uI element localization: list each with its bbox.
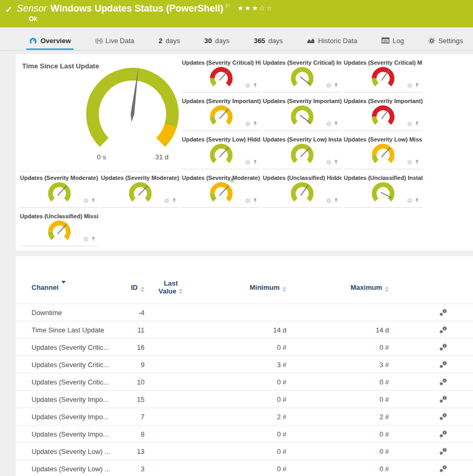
- gauge-pin-icon[interactable]: [252, 158, 258, 167]
- gauge-settings-gear-icon[interactable]: [407, 81, 413, 90]
- cell-id: 15: [121, 396, 145, 403]
- tab-settings[interactable]: Settings: [426, 33, 466, 50]
- cell-maximum: 2 #: [286, 413, 389, 421]
- cell-id: -4: [121, 309, 145, 317]
- star-empty-icon[interactable]: ☆: [259, 4, 266, 12]
- gauge-settings-gear-icon[interactable]: [245, 119, 251, 129]
- gauge-settings-gear-icon[interactable]: [326, 196, 332, 206]
- mini-gauge-dial: [369, 143, 397, 165]
- cell-maximum: 3 #: [286, 361, 389, 369]
- tab-live-data[interactable]: ((•))Live Data: [92, 33, 137, 50]
- gauge-settings-gear-icon[interactable]: [164, 196, 170, 206]
- cell-id: 16: [121, 343, 145, 351]
- column-header-minimum[interactable]: Minimum: [197, 282, 286, 292]
- mini-gauge-dial: [208, 105, 235, 127]
- cell-id: 7: [121, 413, 145, 421]
- gauge-settings-gear-icon[interactable]: [326, 119, 332, 129]
- mini-gauge-title: Updates (Severity Moderate) I...: [101, 175, 180, 181]
- mini-gauge-title: Updates (Severity Low) Install...: [263, 136, 342, 143]
- gauge-max-label: 31 d: [150, 153, 173, 161]
- flag-icon[interactable]: ⚐: [225, 3, 230, 9]
- gauge-pin-icon[interactable]: [333, 196, 339, 206]
- cell-minimum: 3 #: [197, 361, 286, 369]
- channel-settings-icon[interactable]: [439, 430, 448, 439]
- mini-gauge-14: Updates (Unclassified) Missing: [20, 211, 99, 246]
- cell-minimum: 0 #: [197, 396, 286, 403]
- gauge-pin-icon[interactable]: [252, 196, 258, 206]
- channel-settings-icon[interactable]: [439, 412, 448, 421]
- tab-365-days[interactable]: 365days: [251, 33, 285, 50]
- live-icon: ((•)): [95, 37, 102, 44]
- gauge-settings-gear-icon[interactable]: [326, 81, 332, 90]
- gauge-pin-icon[interactable]: [333, 119, 339, 129]
- gauge-settings-gear-icon[interactable]: [83, 196, 89, 206]
- channel-row-8: Updates (Severity Low) ...130 #0 #: [16, 442, 473, 460]
- cell-minimum: 0 #: [197, 343, 286, 351]
- mini-gauge-dial: [46, 220, 73, 242]
- channel-settings-icon[interactable]: [439, 395, 448, 404]
- gauge-settings-gear-icon[interactable]: [407, 158, 413, 167]
- channel-settings-icon[interactable]: [439, 326, 448, 335]
- column-header-id[interactable]: ID: [121, 282, 145, 292]
- column-label: ID: [131, 283, 138, 291]
- gauge-pin-icon[interactable]: [414, 196, 420, 206]
- cell-id: 3: [121, 465, 145, 473]
- gauge-pin-icon[interactable]: [414, 158, 420, 167]
- gauge-settings-gear-icon[interactable]: [245, 81, 251, 90]
- cell-minimum: 0 #: [197, 378, 286, 386]
- gauge-pin-icon[interactable]: [333, 81, 339, 90]
- gauge-settings-gear-icon[interactable]: [407, 196, 413, 206]
- channel-settings-icon[interactable]: [439, 343, 448, 352]
- channel-settings-icon[interactable]: [439, 447, 448, 456]
- mini-gauge-dial: [369, 66, 397, 88]
- channel-settings-icon[interactable]: [439, 378, 448, 387]
- tab-label: Live Data: [106, 37, 135, 45]
- gauge-pin-icon[interactable]: [90, 235, 96, 244]
- channel-settings-icon[interactable]: [439, 360, 448, 369]
- channel-row-4: Updates (Severity Critic...100 #0 #: [16, 373, 473, 390]
- tab-overview[interactable]: Overview: [26, 33, 74, 50]
- tab-30-days[interactable]: 30days: [202, 33, 232, 50]
- mini-gauge-title: Updates (Severity Important) ...: [263, 98, 342, 104]
- gauge-settings-gear-icon[interactable]: [326, 158, 332, 167]
- column-header-name[interactable]: Channel: [32, 283, 121, 291]
- mini-gauge-dial: [208, 143, 235, 165]
- gauge-settings-gear-icon[interactable]: [245, 158, 251, 167]
- column-header-last_value[interactable]: LastValue: [145, 279, 197, 295]
- gauge-settings-gear-icon[interactable]: [83, 235, 89, 244]
- cell-id: 10: [121, 378, 145, 386]
- tab-historic-data[interactable]: Historic Data: [304, 33, 359, 50]
- gauge-pin-icon[interactable]: [414, 119, 420, 129]
- mini-gauge-dial: [127, 181, 154, 204]
- star-filled-icon[interactable]: ★: [244, 4, 252, 12]
- channel-table-header: ChannelIDLastValue MinimumMaximum: [16, 256, 473, 303]
- channel-settings-icon[interactable]: [439, 464, 448, 473]
- column-header-maximum[interactable]: Maximum: [286, 282, 389, 292]
- tab-number: 2: [159, 37, 162, 45]
- gauge-pin-icon[interactable]: [90, 196, 96, 206]
- star-filled-icon[interactable]: ★: [252, 4, 259, 12]
- cell-maximum: 0 #: [286, 430, 389, 438]
- channel-settings-icon[interactable]: [439, 308, 448, 317]
- mini-gauge-dial: [46, 181, 73, 204]
- cell-name: Downtime: [32, 309, 121, 317]
- cell-name: Updates (Severity Low) ...: [32, 465, 121, 473]
- priority-stars[interactable]: ★★★☆☆: [238, 4, 273, 12]
- tab-number: 30: [204, 37, 212, 45]
- mini-gauge-dial: [289, 181, 316, 204]
- star-filled-icon[interactable]: ★: [238, 4, 245, 12]
- gauge-pin-icon[interactable]: [414, 81, 420, 90]
- gauge-pin-icon[interactable]: [252, 119, 258, 129]
- column-label: Minimum: [250, 283, 280, 291]
- tab-2-days[interactable]: 2days: [156, 33, 183, 50]
- gauge-pin-icon[interactable]: [252, 81, 258, 90]
- tab-log[interactable]: Log: [379, 33, 407, 50]
- cell-name: Updates (Severity Impo...: [32, 413, 121, 421]
- star-empty-icon[interactable]: ☆: [266, 4, 273, 12]
- gauge-settings-gear-icon[interactable]: [245, 196, 251, 206]
- mini-gauge-0: Updates (Severity Critical) Hi...: [182, 57, 261, 93]
- gauge-pin-icon[interactable]: [171, 196, 177, 206]
- gauge-pin-icon[interactable]: [333, 158, 339, 167]
- gauge-settings-gear-icon[interactable]: [407, 119, 413, 129]
- cell-maximum: 0 #: [286, 378, 389, 386]
